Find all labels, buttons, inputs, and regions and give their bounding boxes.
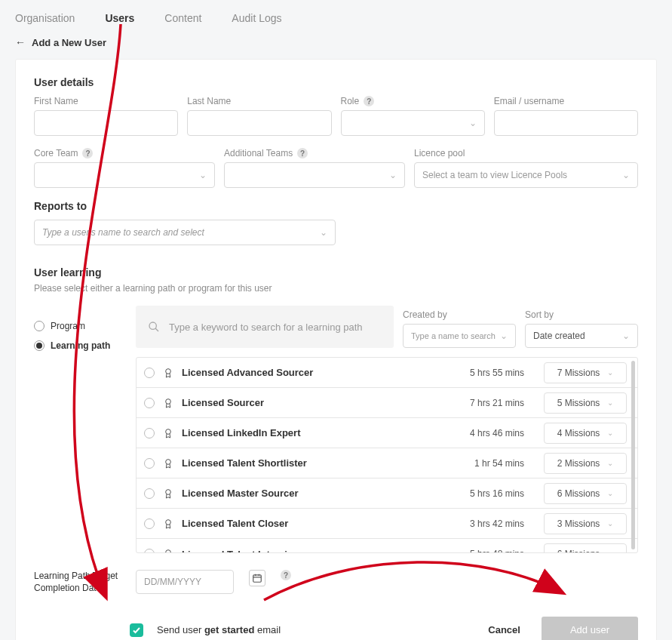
radio-icon bbox=[144, 428, 155, 438]
learning-path-duration: 3 hrs 42 mins bbox=[449, 518, 524, 529]
learning-path-name: Licensed Talent Shortlister bbox=[182, 457, 441, 469]
radio-icon bbox=[34, 340, 44, 351]
back-arrow-icon: ← bbox=[15, 36, 26, 48]
user-learning-hint: Please select either a learning path or … bbox=[34, 283, 638, 294]
learning-path-name: Licensed Talent Interviewer bbox=[182, 549, 441, 554]
send-get-started-checkbox[interactable] bbox=[130, 623, 143, 637]
chevron-down-icon: ⌄ bbox=[622, 170, 630, 180]
chevron-down-icon: ⌄ bbox=[320, 227, 327, 238]
badge-icon bbox=[162, 518, 174, 530]
chevron-down-icon: ⌄ bbox=[469, 118, 477, 128]
missions-dropdown[interactable]: 4 Missions⌄ bbox=[544, 423, 627, 444]
radio-program[interactable]: Program bbox=[34, 321, 121, 331]
chevron-down-icon: ⌄ bbox=[389, 170, 397, 180]
learning-path-row[interactable]: Licensed Talent Interviewer5 hrs 48 mins… bbox=[137, 539, 637, 553]
radio-icon bbox=[144, 368, 155, 378]
sort-by-select[interactable]: Date created ⌄ bbox=[525, 324, 638, 348]
chevron-down-icon: ⌄ bbox=[607, 459, 613, 467]
additional-teams-select[interactable]: ⌄ bbox=[224, 162, 405, 188]
badge-icon bbox=[162, 427, 174, 439]
learning-path-name: Licensed Talent Closer bbox=[182, 518, 441, 529]
learning-path-name: Licensed Master Sourcer bbox=[182, 488, 441, 499]
chevron-down-icon: ⌄ bbox=[622, 331, 630, 341]
badge-icon bbox=[162, 397, 174, 409]
svg-point-2 bbox=[166, 368, 171, 374]
chevron-down-icon: ⌄ bbox=[199, 170, 207, 180]
send-get-started-label: Send user get started email bbox=[157, 624, 281, 635]
help-icon[interactable]: ? bbox=[82, 148, 93, 158]
radio-icon bbox=[144, 398, 155, 408]
cancel-button[interactable]: Cancel bbox=[476, 617, 532, 640]
reports-to-select[interactable]: Type a user's name to search and select … bbox=[34, 220, 336, 245]
chevron-down-icon: ⌄ bbox=[607, 429, 613, 437]
role-label: Role ? bbox=[341, 96, 485, 106]
missions-dropdown[interactable]: 2 Missions⌄ bbox=[544, 453, 627, 474]
learning-path-row[interactable]: Licensed Advanced Sourcer5 hrs 55 mins7 … bbox=[137, 358, 637, 388]
radio-icon bbox=[144, 518, 155, 529]
svg-point-3 bbox=[166, 398, 171, 404]
learning-path-name: Licensed Sourcer bbox=[182, 397, 441, 408]
badge-icon bbox=[162, 457, 174, 469]
radio-icon bbox=[144, 458, 155, 469]
learning-path-name: Licensed Advanced Sourcer bbox=[182, 367, 441, 378]
chevron-down-icon: ⌄ bbox=[607, 519, 613, 528]
svg-line-1 bbox=[155, 328, 158, 331]
missions-dropdown[interactable]: 6 Missions⌄ bbox=[544, 543, 627, 553]
created-by-select[interactable]: Type a name to search ⌄ bbox=[403, 324, 516, 348]
tab-content[interactable]: Content bbox=[164, 12, 201, 24]
sort-by-label: Sort by bbox=[525, 309, 638, 320]
licence-pool-label: Licence pool bbox=[414, 148, 638, 158]
tab-users[interactable]: Users bbox=[105, 12, 134, 24]
radio-learning-path[interactable]: Learning path bbox=[34, 340, 121, 351]
top-tabs: Organisation Users Content Audit Logs bbox=[0, 6, 672, 35]
chevron-down-icon: ⌄ bbox=[607, 398, 613, 407]
chevron-down-icon: ⌄ bbox=[607, 550, 613, 554]
learning-path-search[interactable]: Type a keyword to search for a learning … bbox=[136, 306, 394, 348]
badge-icon bbox=[162, 367, 174, 379]
learning-path-row[interactable]: Licensed Master Sourcer5 hrs 16 mins6 Mi… bbox=[137, 478, 637, 509]
missions-dropdown[interactable]: 3 Missions⌄ bbox=[544, 513, 627, 534]
svg-point-0 bbox=[149, 322, 156, 329]
section-user-learning: User learning bbox=[34, 266, 638, 278]
help-icon[interactable]: ? bbox=[297, 148, 308, 158]
section-user-details: User details bbox=[34, 76, 638, 88]
tab-organisation[interactable]: Organisation bbox=[15, 12, 75, 24]
licence-pool-select[interactable]: Select a team to view Licence Pools ⌄ bbox=[414, 162, 638, 188]
radio-icon bbox=[144, 488, 155, 499]
learning-path-list[interactable]: Licensed Advanced Sourcer5 hrs 55 mins7 … bbox=[136, 357, 638, 553]
missions-dropdown[interactable]: 7 Missions⌄ bbox=[544, 362, 627, 383]
role-select[interactable]: ⌄ bbox=[341, 110, 485, 136]
help-icon[interactable]: ? bbox=[281, 570, 291, 580]
learning-path-row[interactable]: Licensed Sourcer7 hrs 21 mins5 Missions⌄ bbox=[137, 388, 637, 418]
chevron-down-icon: ⌄ bbox=[500, 331, 508, 341]
learning-path-row[interactable]: Licensed Talent Closer3 hrs 42 mins3 Mis… bbox=[137, 509, 637, 539]
last-name-label: Last Name bbox=[187, 96, 331, 106]
email-input[interactable] bbox=[494, 110, 638, 136]
radio-icon bbox=[34, 321, 44, 331]
last-name-input[interactable] bbox=[187, 110, 331, 136]
calendar-icon[interactable] bbox=[249, 570, 265, 586]
search-icon bbox=[148, 321, 160, 333]
chevron-down-icon: ⌄ bbox=[607, 368, 613, 377]
svg-point-5 bbox=[166, 459, 171, 464]
created-by-label: Created by bbox=[403, 309, 516, 320]
learning-path-duration: 1 hr 54 mins bbox=[449, 458, 524, 469]
core-team-select[interactable]: ⌄ bbox=[34, 162, 215, 188]
first-name-input[interactable] bbox=[34, 110, 178, 136]
badge-icon bbox=[162, 548, 174, 553]
badge-icon bbox=[162, 488, 174, 500]
add-user-button[interactable]: Add user bbox=[542, 617, 638, 640]
missions-dropdown[interactable]: 6 Missions⌄ bbox=[544, 483, 627, 504]
reports-to-label: Reports to bbox=[34, 200, 638, 212]
help-icon[interactable]: ? bbox=[364, 96, 374, 106]
target-date-input[interactable]: DD/MM/YYYY bbox=[136, 570, 234, 594]
tab-audit-logs[interactable]: Audit Logs bbox=[232, 12, 281, 24]
learning-path-duration: 4 hrs 46 mins bbox=[449, 428, 524, 438]
learning-path-duration: 7 hrs 21 mins bbox=[449, 398, 524, 408]
learning-path-name: Licensed LinkedIn Expert bbox=[182, 427, 441, 438]
missions-dropdown[interactable]: 5 Missions⌄ bbox=[544, 392, 627, 414]
learning-path-row[interactable]: Licensed LinkedIn Expert4 hrs 46 mins4 M… bbox=[137, 418, 637, 448]
learning-path-duration: 5 hrs 55 mins bbox=[449, 368, 524, 378]
breadcrumb[interactable]: ← Add a New User bbox=[0, 35, 672, 59]
learning-path-row[interactable]: Licensed Talent Shortlister1 hr 54 mins2… bbox=[137, 448, 637, 478]
